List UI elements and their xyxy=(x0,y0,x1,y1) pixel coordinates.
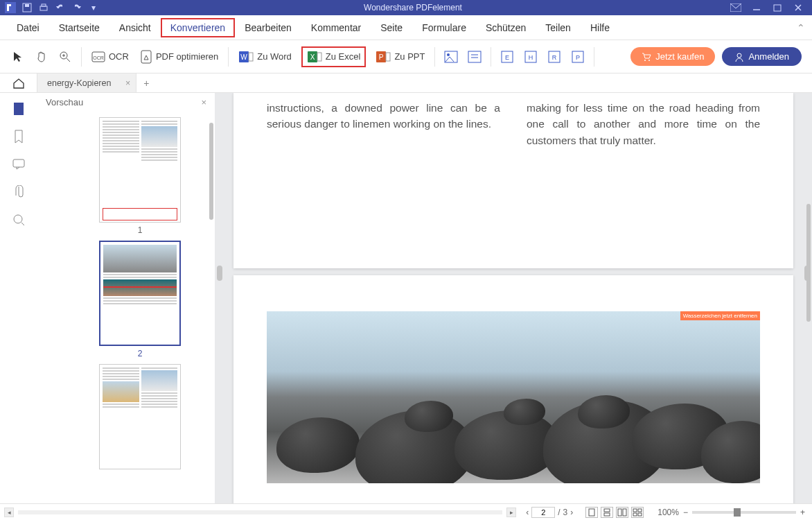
sidepanel-close-icon[interactable]: × xyxy=(201,97,206,107)
svg-text:H: H xyxy=(529,54,533,61)
menu-file[interactable]: Datei xyxy=(7,18,49,37)
thumbnails-scrollbar[interactable] xyxy=(209,123,213,220)
doc-tab[interactable]: energy-Kopieren × xyxy=(37,73,136,92)
svg-text:P: P xyxy=(379,53,384,61)
app-logo-icon xyxy=(4,1,17,14)
print-icon[interactable] xyxy=(37,1,50,14)
undo-icon[interactable] xyxy=(54,1,67,14)
to-rtf-icon[interactable]: R xyxy=(547,49,562,64)
menu-start[interactable]: Startseite xyxy=(49,18,109,37)
page-thumbnail-1[interactable] xyxy=(99,117,181,223)
svg-text:E: E xyxy=(505,54,509,61)
zoom-out-icon[interactable]: − xyxy=(683,508,688,517)
to-word-button[interactable]: W Zu Word xyxy=(237,47,293,67)
to-pdfa-icon[interactable]: P xyxy=(570,49,585,64)
hand-tool-icon[interactable] xyxy=(34,49,49,64)
collapse-ribbon-icon[interactable]: ⌃ xyxy=(797,22,805,33)
view-continuous-icon[interactable] xyxy=(601,507,613,518)
minimize-icon[interactable] xyxy=(747,1,766,14)
app-title: Wondershare PDFelement xyxy=(100,3,726,12)
svg-rect-20 xyxy=(317,53,321,61)
page-current-input[interactable] xyxy=(531,507,555,518)
svg-point-39 xyxy=(737,53,741,58)
buy-now-button[interactable]: Jetzt kaufen xyxy=(630,47,715,66)
to-word-label: Zu Word xyxy=(257,51,292,62)
attachments-panel-icon[interactable] xyxy=(11,184,26,200)
page-prev-icon[interactable]: ‹ xyxy=(526,508,529,517)
svg-text:OCR: OCR xyxy=(93,55,104,60)
close-icon[interactable] xyxy=(788,1,808,14)
hscroll-right-icon[interactable]: ▸ xyxy=(506,508,516,517)
svg-text:P: P xyxy=(576,54,580,61)
thumbnails-panel-icon[interactable] xyxy=(11,101,26,116)
svg-point-42 xyxy=(14,215,22,223)
zoom-tool-icon[interactable] xyxy=(58,49,73,64)
page-next-icon[interactable]: › xyxy=(570,508,573,517)
menu-protect[interactable]: Schützen xyxy=(476,18,536,37)
save-icon[interactable] xyxy=(21,1,33,14)
home-tab[interactable] xyxy=(0,73,37,92)
menu-share[interactable]: Teilen xyxy=(536,18,581,37)
svg-text:R: R xyxy=(552,54,557,61)
to-epub-icon[interactable]: E xyxy=(500,49,515,64)
svg-point-37 xyxy=(644,60,646,61)
user-icon xyxy=(734,52,744,62)
view-single-icon[interactable] xyxy=(585,507,598,518)
menu-convert[interactable]: Konvertieren xyxy=(161,18,235,37)
svg-point-38 xyxy=(648,60,650,61)
menu-comment[interactable]: Kommentar xyxy=(301,18,371,37)
doc-vscrollbar[interactable] xyxy=(806,204,811,322)
ppt-icon: P xyxy=(376,50,391,64)
svg-rect-23 xyxy=(386,53,390,61)
doc-text-top-left: instructions, a downed power line can be… xyxy=(267,100,500,243)
redo-icon[interactable] xyxy=(71,1,83,14)
svg-rect-40 xyxy=(14,103,24,115)
menu-help[interactable]: Hilfe xyxy=(581,18,619,37)
view-grid-icon[interactable] xyxy=(631,507,644,518)
svg-text:X: X xyxy=(310,53,315,61)
zoom-percent: 100% xyxy=(657,508,679,517)
svg-rect-41 xyxy=(13,159,24,167)
svg-rect-50 xyxy=(638,509,642,512)
menu-page[interactable]: Seite xyxy=(371,18,412,37)
quick-dropdown-icon[interactable]: ▾ xyxy=(87,1,100,14)
search-panel-icon[interactable] xyxy=(11,212,26,227)
menu-edit[interactable]: Bearbeiten xyxy=(235,18,301,37)
hscroll-left-icon[interactable]: ◂ xyxy=(4,508,14,517)
svg-rect-44 xyxy=(589,509,594,516)
word-icon: W xyxy=(238,50,254,64)
optimize-button[interactable]: PDF optimieren xyxy=(139,47,220,67)
menu-forms[interactable]: Formulare xyxy=(412,18,476,37)
comments-panel-icon[interactable] xyxy=(11,157,26,172)
to-ppt-label: Zu PPT xyxy=(394,51,425,62)
login-button[interactable]: Anmelden xyxy=(722,47,802,66)
to-image-icon[interactable] xyxy=(443,49,459,64)
watermark-badge[interactable]: Wasserzeichen jetzt entfernen xyxy=(680,311,760,320)
doc-tab-label: energy-Kopieren xyxy=(47,78,111,88)
to-ppt-button[interactable]: P Zu PPT xyxy=(374,47,426,67)
to-text-icon[interactable] xyxy=(467,49,482,64)
new-tab-button[interactable]: + xyxy=(136,78,156,89)
svg-rect-14 xyxy=(141,51,151,63)
page-thumbnail-2[interactable] xyxy=(99,241,181,346)
hscroll-track[interactable] xyxy=(18,510,502,514)
zoom-in-icon[interactable]: + xyxy=(800,508,805,517)
mail-icon[interactable] xyxy=(726,1,745,14)
to-html-icon[interactable]: H xyxy=(523,49,538,64)
select-tool-icon[interactable] xyxy=(10,49,26,64)
to-excel-button[interactable]: X Zu Excel xyxy=(301,46,367,67)
svg-rect-51 xyxy=(633,513,637,516)
ocr-button[interactable]: OCR OCR xyxy=(90,48,130,66)
maximize-icon[interactable] xyxy=(768,1,787,14)
close-tab-icon[interactable]: × xyxy=(125,78,130,88)
svg-rect-26 xyxy=(468,51,481,62)
page-thumbnail-3[interactable] xyxy=(99,364,181,469)
optimize-icon xyxy=(140,50,152,64)
svg-line-9 xyxy=(67,58,70,62)
bookmarks-panel-icon[interactable] xyxy=(11,129,26,144)
hero-image: Wasserzeichen jetzt entfernen xyxy=(267,311,760,483)
fit-left-handle[interactable] xyxy=(217,266,222,281)
menu-view[interactable]: Ansicht xyxy=(109,18,161,37)
view-two-page-icon[interactable] xyxy=(616,507,628,518)
zoom-slider[interactable] xyxy=(692,511,796,514)
